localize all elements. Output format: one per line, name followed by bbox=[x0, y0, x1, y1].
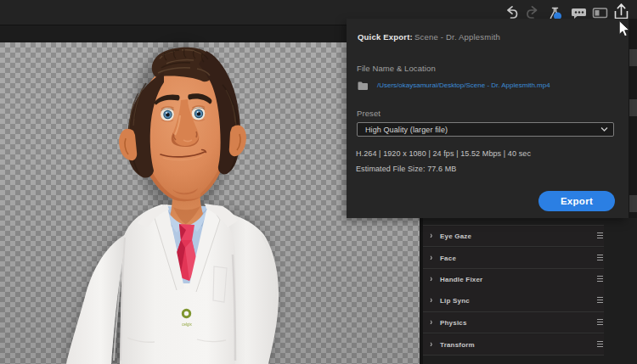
svg-text:celgix: celgix bbox=[182, 322, 192, 327]
